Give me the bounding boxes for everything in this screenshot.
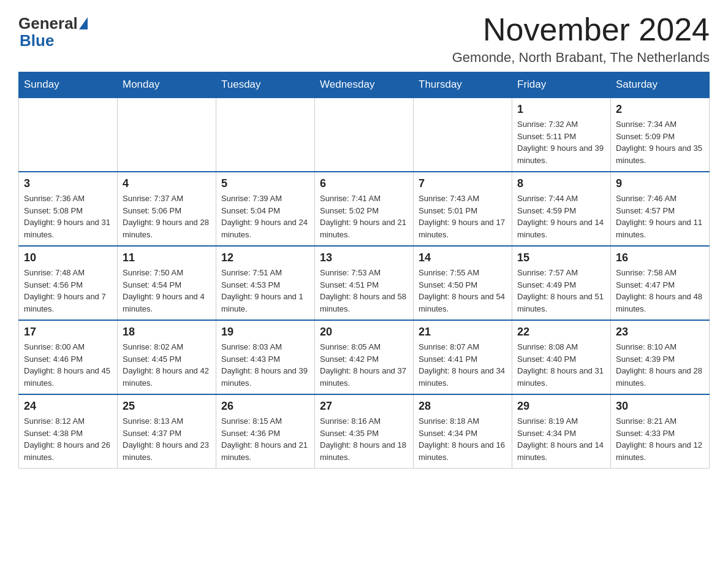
day-info: Sunrise: 7:39 AM Sunset: 5:04 PM Dayligh… <box>221 193 309 240</box>
calendar-cell: 26Sunrise: 8:15 AM Sunset: 4:36 PM Dayli… <box>216 394 315 469</box>
day-info: Sunrise: 7:57 AM Sunset: 4:49 PM Dayligh… <box>517 267 605 315</box>
day-number: 30 <box>616 400 704 413</box>
page-header: General Blue November 2024 Gemonde, Nort… <box>18 12 710 66</box>
weekday-header-monday: Monday <box>118 72 216 98</box>
day-number: 11 <box>123 251 211 264</box>
calendar-table: SundayMondayTuesdayWednesdayThursdayFrid… <box>18 72 710 469</box>
day-number: 3 <box>24 177 112 190</box>
day-info: Sunrise: 8:19 AM Sunset: 4:34 PM Dayligh… <box>517 415 605 463</box>
day-info: Sunrise: 8:08 AM Sunset: 4:40 PM Dayligh… <box>517 341 605 389</box>
calendar-header-row: SundayMondayTuesdayWednesdayThursdayFrid… <box>19 72 710 98</box>
day-info: Sunrise: 7:37 AM Sunset: 5:06 PM Dayligh… <box>123 193 211 240</box>
day-number: 12 <box>221 251 309 264</box>
day-info: Sunrise: 8:10 AM Sunset: 4:39 PM Dayligh… <box>616 341 704 389</box>
calendar-cell: 20Sunrise: 8:05 AM Sunset: 4:42 PM Dayli… <box>315 320 414 394</box>
day-info: Sunrise: 7:48 AM Sunset: 4:56 PM Dayligh… <box>24 267 112 315</box>
day-info: Sunrise: 8:16 AM Sunset: 4:35 PM Dayligh… <box>320 415 408 463</box>
day-info: Sunrise: 8:02 AM Sunset: 4:45 PM Dayligh… <box>123 341 211 389</box>
weekday-header-friday: Friday <box>512 72 611 98</box>
title-section: November 2024 Gemonde, North Brabant, Th… <box>452 12 710 66</box>
calendar-cell <box>216 98 315 172</box>
calendar-cell <box>414 98 512 172</box>
calendar-cell: 16Sunrise: 7:58 AM Sunset: 4:47 PM Dayli… <box>611 246 710 320</box>
day-info: Sunrise: 8:03 AM Sunset: 4:43 PM Dayligh… <box>221 341 309 389</box>
day-number: 18 <box>123 326 211 339</box>
calendar-week-row: 17Sunrise: 8:00 AM Sunset: 4:46 PM Dayli… <box>19 320 710 394</box>
day-number: 21 <box>419 326 507 339</box>
logo-general-text: General <box>18 15 78 31</box>
calendar-cell: 14Sunrise: 7:55 AM Sunset: 4:50 PM Dayli… <box>414 246 512 320</box>
month-title: November 2024 <box>452 12 710 47</box>
day-info: Sunrise: 7:46 AM Sunset: 4:57 PM Dayligh… <box>616 193 704 240</box>
day-number: 26 <box>221 400 309 413</box>
calendar-cell: 9Sunrise: 7:46 AM Sunset: 4:57 PM Daylig… <box>611 172 710 246</box>
logo: General Blue <box>18 12 89 50</box>
calendar-cell: 11Sunrise: 7:50 AM Sunset: 4:54 PM Dayli… <box>118 246 216 320</box>
day-number: 17 <box>24 326 112 339</box>
weekday-header-saturday: Saturday <box>611 72 710 98</box>
calendar-cell: 21Sunrise: 8:07 AM Sunset: 4:41 PM Dayli… <box>414 320 512 394</box>
calendar-cell: 4Sunrise: 7:37 AM Sunset: 5:06 PM Daylig… <box>118 172 216 246</box>
day-info: Sunrise: 8:18 AM Sunset: 4:34 PM Dayligh… <box>419 415 507 463</box>
calendar-cell: 25Sunrise: 8:13 AM Sunset: 4:37 PM Dayli… <box>118 394 216 469</box>
calendar-week-row: 1Sunrise: 7:32 AM Sunset: 5:11 PM Daylig… <box>19 98 710 172</box>
day-number: 29 <box>517 400 605 413</box>
day-info: Sunrise: 8:12 AM Sunset: 4:38 PM Dayligh… <box>24 415 112 463</box>
calendar-cell: 23Sunrise: 8:10 AM Sunset: 4:39 PM Dayli… <box>611 320 710 394</box>
calendar-cell: 6Sunrise: 7:41 AM Sunset: 5:02 PM Daylig… <box>315 172 414 246</box>
day-number: 1 <box>517 103 605 116</box>
weekday-header-wednesday: Wednesday <box>315 72 414 98</box>
location-title: Gemonde, North Brabant, The Netherlands <box>452 50 710 66</box>
calendar-cell: 29Sunrise: 8:19 AM Sunset: 4:34 PM Dayli… <box>512 394 611 469</box>
day-info: Sunrise: 8:13 AM Sunset: 4:37 PM Dayligh… <box>123 415 211 463</box>
day-info: Sunrise: 7:32 AM Sunset: 5:11 PM Dayligh… <box>517 118 605 166</box>
calendar-cell <box>118 98 216 172</box>
calendar-cell: 1Sunrise: 7:32 AM Sunset: 5:11 PM Daylig… <box>512 98 611 172</box>
day-info: Sunrise: 8:05 AM Sunset: 4:42 PM Dayligh… <box>320 341 408 389</box>
day-info: Sunrise: 8:00 AM Sunset: 4:46 PM Dayligh… <box>24 341 112 389</box>
day-number: 23 <box>616 326 704 339</box>
day-info: Sunrise: 8:15 AM Sunset: 4:36 PM Dayligh… <box>221 415 309 463</box>
day-info: Sunrise: 7:55 AM Sunset: 4:50 PM Dayligh… <box>419 267 507 315</box>
day-info: Sunrise: 7:34 AM Sunset: 5:09 PM Dayligh… <box>616 118 704 166</box>
day-info: Sunrise: 7:50 AM Sunset: 4:54 PM Dayligh… <box>123 267 211 315</box>
weekday-header-thursday: Thursday <box>414 72 512 98</box>
day-info: Sunrise: 7:53 AM Sunset: 4:51 PM Dayligh… <box>320 267 408 315</box>
day-number: 4 <box>123 177 211 190</box>
day-number: 6 <box>320 177 408 190</box>
day-info: Sunrise: 8:21 AM Sunset: 4:33 PM Dayligh… <box>616 415 704 463</box>
calendar-cell: 3Sunrise: 7:36 AM Sunset: 5:08 PM Daylig… <box>19 172 118 246</box>
day-number: 25 <box>123 400 211 413</box>
calendar-week-row: 24Sunrise: 8:12 AM Sunset: 4:38 PM Dayli… <box>19 394 710 469</box>
day-number: 10 <box>24 251 112 264</box>
calendar-week-row: 3Sunrise: 7:36 AM Sunset: 5:08 PM Daylig… <box>19 172 710 246</box>
weekday-header-tuesday: Tuesday <box>216 72 315 98</box>
day-info: Sunrise: 7:58 AM Sunset: 4:47 PM Dayligh… <box>616 267 704 315</box>
calendar-cell: 30Sunrise: 8:21 AM Sunset: 4:33 PM Dayli… <box>611 394 710 469</box>
day-number: 19 <box>221 326 309 339</box>
calendar-cell: 5Sunrise: 7:39 AM Sunset: 5:04 PM Daylig… <box>216 172 315 246</box>
calendar-cell: 10Sunrise: 7:48 AM Sunset: 4:56 PM Dayli… <box>19 246 118 320</box>
day-number: 5 <box>221 177 309 190</box>
calendar-cell: 7Sunrise: 7:43 AM Sunset: 5:01 PM Daylig… <box>414 172 512 246</box>
logo-blue-text: Blue <box>20 31 54 50</box>
calendar-cell <box>19 98 118 172</box>
calendar-cell: 19Sunrise: 8:03 AM Sunset: 4:43 PM Dayli… <box>216 320 315 394</box>
day-number: 9 <box>616 177 704 190</box>
calendar-cell: 8Sunrise: 7:44 AM Sunset: 4:59 PM Daylig… <box>512 172 611 246</box>
calendar-cell: 17Sunrise: 8:00 AM Sunset: 4:46 PM Dayli… <box>19 320 118 394</box>
weekday-header-sunday: Sunday <box>19 72 118 98</box>
calendar-cell: 18Sunrise: 8:02 AM Sunset: 4:45 PM Dayli… <box>118 320 216 394</box>
day-number: 2 <box>616 103 704 116</box>
day-number: 24 <box>24 400 112 413</box>
calendar-cell: 15Sunrise: 7:57 AM Sunset: 4:49 PM Dayli… <box>512 246 611 320</box>
day-number: 13 <box>320 251 408 264</box>
day-info: Sunrise: 7:41 AM Sunset: 5:02 PM Dayligh… <box>320 193 408 240</box>
calendar-cell: 13Sunrise: 7:53 AM Sunset: 4:51 PM Dayli… <box>315 246 414 320</box>
day-info: Sunrise: 7:36 AM Sunset: 5:08 PM Dayligh… <box>24 193 112 240</box>
day-number: 14 <box>419 251 507 264</box>
calendar-week-row: 10Sunrise: 7:48 AM Sunset: 4:56 PM Dayli… <box>19 246 710 320</box>
day-number: 15 <box>517 251 605 264</box>
day-number: 28 <box>419 400 507 413</box>
day-number: 22 <box>517 326 605 339</box>
